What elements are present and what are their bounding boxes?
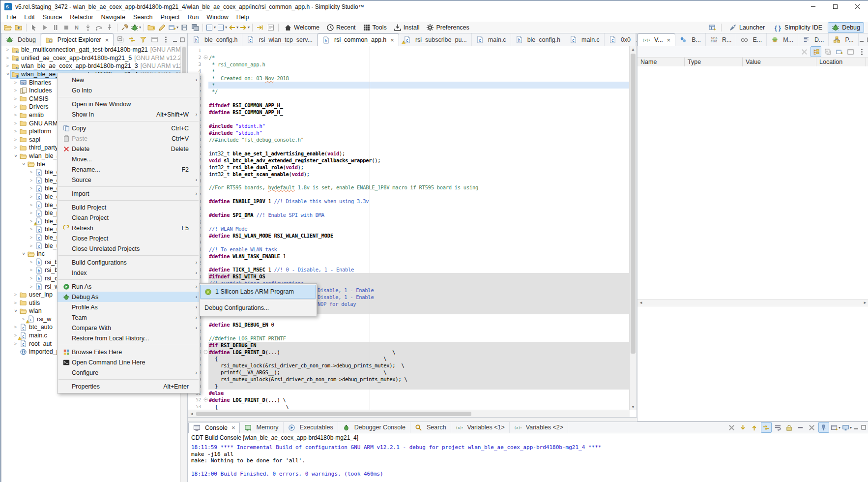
context-menu-item-run-as[interactable]: Run As› bbox=[58, 281, 200, 292]
run-launch-icon[interactable]: ▾ bbox=[217, 23, 227, 32]
preferences-button[interactable]: Preferences bbox=[426, 24, 469, 31]
editor-tab-rsi-wlan-tcp-serv[interactable]: crsi_wlan_tcp_serv... bbox=[242, 33, 318, 46]
close-icon[interactable]: × bbox=[667, 37, 671, 43]
twisty-icon[interactable]: > bbox=[12, 96, 19, 101]
console-tab-variables-1[interactable]: (x)=Variables <1> bbox=[451, 422, 510, 433]
twisty-icon[interactable]: > bbox=[12, 137, 19, 142]
right-tab-d[interactable]: D... bbox=[798, 33, 829, 46]
open-file-icon[interactable] bbox=[3, 23, 13, 32]
twisty-icon[interactable]: > bbox=[4, 47, 11, 52]
twisty-icon[interactable]: > bbox=[21, 251, 26, 257]
edit-icon[interactable] bbox=[157, 23, 167, 32]
editor-tab-rsi-subscribe-pu[interactable]: c!rsi_subscribe_pu... bbox=[399, 33, 472, 46]
menu-file[interactable]: File bbox=[2, 13, 20, 21]
right-tab-e[interactable]: E... bbox=[736, 33, 767, 46]
twisty-icon[interactable]: > bbox=[13, 153, 18, 159]
context-menu-item-restore-from-local-history[interactable]: Restore from Local History... bbox=[58, 333, 200, 343]
twisty-icon[interactable]: > bbox=[12, 113, 19, 118]
collapse-all-icon[interactable] bbox=[823, 47, 833, 57]
context-menu-item-move[interactable]: Move... bbox=[58, 154, 200, 164]
column-header-value[interactable]: Value bbox=[743, 58, 816, 67]
console-tab-variables-2[interactable]: (x)=Variables <2> bbox=[510, 422, 568, 433]
clear-console-icon[interactable] bbox=[796, 422, 806, 432]
context-menu-item-configure[interactable]: Configure› bbox=[58, 367, 200, 378]
context-menu-item-import[interactable]: Import› bbox=[58, 188, 200, 199]
tree-item-wlan-ble-ae-coex-app-brd4180b-mg21-3[interactable]: >Swlan_ble_ae_coex_app-brd4180b-mg21_3[G… bbox=[1, 62, 181, 70]
remove-all-terminated-icon[interactable] bbox=[807, 422, 817, 432]
last-edit-location-icon[interactable] bbox=[255, 23, 265, 32]
context-menu-item-close-unrelated-projects[interactable]: Close Unrelated Projects bbox=[58, 243, 200, 254]
right-tab-b[interactable]: B... bbox=[675, 33, 706, 46]
left-tab-debug[interactable]: Debug bbox=[1, 33, 41, 46]
open-new-window-icon[interactable]: ▾ bbox=[168, 23, 178, 32]
line-number[interactable]: 1 bbox=[188, 48, 203, 53]
scroll-left-icon[interactable]: ◄ bbox=[188, 410, 195, 417]
line-number[interactable]: 3 bbox=[188, 61, 203, 67]
restore-window-button[interactable] bbox=[824, 0, 846, 13]
editor-horizontal-scrollbar[interactable]: ◄ bbox=[188, 410, 630, 417]
link-with-debug-icon[interactable] bbox=[761, 422, 772, 433]
console-tab-debugger-console[interactable]: Debugger Console bbox=[338, 422, 410, 433]
context-menu-item-go-into[interactable]: Go Into bbox=[58, 85, 200, 95]
view-menu-icon[interactable] bbox=[161, 35, 171, 45]
twisty-icon[interactable]: > bbox=[28, 235, 34, 240]
collapse-all-icon[interactable] bbox=[116, 35, 125, 45]
twisty-icon[interactable]: > bbox=[28, 186, 34, 191]
install-button[interactable]: Install bbox=[394, 24, 420, 31]
maximize-view-icon[interactable] bbox=[179, 37, 185, 43]
context-menu-item-show-in[interactable]: Show InAlt+Shift+W› bbox=[58, 109, 200, 120]
line-number[interactable]: 52 bbox=[188, 397, 203, 402]
link-with-editor-icon[interactable] bbox=[127, 35, 137, 45]
save-icon[interactable] bbox=[179, 23, 189, 32]
save-all-icon[interactable] bbox=[190, 23, 200, 32]
welcome-button[interactable]: Welcome bbox=[284, 24, 319, 31]
context-menu-item-copy[interactable]: CopyCtrl+C bbox=[58, 123, 200, 133]
import-project-icon[interactable] bbox=[14, 23, 24, 32]
right-tab-p[interactable]: P... bbox=[829, 33, 858, 46]
context-menu-item-properties[interactable]: PropertiesAlt+Enter bbox=[58, 381, 200, 392]
twisty-icon[interactable]: > bbox=[12, 341, 19, 346]
twisty-icon[interactable]: > bbox=[12, 88, 19, 93]
fold-marker-icon[interactable] bbox=[203, 55, 209, 60]
suspend-icon[interactable] bbox=[51, 23, 60, 32]
menu-navigate[interactable]: Navigate bbox=[97, 13, 129, 21]
twisty-icon[interactable]: > bbox=[28, 227, 34, 232]
twisty-icon[interactable]: > bbox=[28, 284, 34, 289]
menu-project[interactable]: Project bbox=[157, 13, 184, 21]
context-menu-item-clean-project[interactable]: Clean Project bbox=[58, 212, 200, 223]
show-type-names-icon[interactable] bbox=[799, 47, 809, 57]
show-logical-structure-icon[interactable] bbox=[810, 46, 821, 57]
context-menu-item-refresh[interactable]: RefreshF5 bbox=[58, 223, 200, 233]
perspective-launcher[interactable]: Launcher bbox=[725, 22, 769, 33]
step-return-icon[interactable] bbox=[105, 23, 115, 32]
menu-search[interactable]: Search bbox=[129, 13, 157, 21]
twisty-icon[interactable]: > bbox=[12, 121, 19, 126]
context-menu-item-source[interactable]: Source› bbox=[58, 175, 200, 185]
tree-item-unified-ae-coex-app-brd4180b-mg21-5[interactable]: >Sunified_ae_coex_app-brd4180b-mg21_5[GN… bbox=[1, 54, 181, 62]
context-menu-item-rename[interactable]: Rename...F2 bbox=[58, 164, 200, 175]
code-editor[interactable]: 12/*3 * rsi_common_app.h4 *5 * Created o… bbox=[188, 46, 630, 410]
fold-marker-icon[interactable] bbox=[203, 350, 209, 354]
next-annotation-icon[interactable] bbox=[266, 23, 276, 32]
editor-tab-main-c[interactable]: cmain.c bbox=[472, 33, 511, 46]
twisty-icon[interactable]: > bbox=[28, 178, 34, 183]
select-tool-icon[interactable] bbox=[29, 23, 39, 32]
line-number[interactable]: 53 bbox=[188, 404, 203, 409]
view-menu-icon[interactable] bbox=[857, 47, 867, 57]
console-tab-memory[interactable]: Memory bbox=[240, 422, 283, 433]
context-menu-item-delete[interactable]: DeleteDelete bbox=[58, 144, 200, 154]
twisty-icon[interactable]: > bbox=[21, 161, 26, 167]
console-tab-console[interactable]: Console× bbox=[188, 422, 240, 433]
context-menu-item-open-command-line-here[interactable]: Open Command Line Here bbox=[58, 357, 200, 367]
forward-icon[interactable]: ▾ bbox=[239, 23, 250, 32]
focus-on-active-task-icon[interactable] bbox=[149, 35, 159, 45]
tools-button[interactable]: Tools bbox=[363, 24, 387, 31]
context-menu-item-build-project[interactable]: Build Project bbox=[58, 202, 200, 212]
twisty-icon[interactable]: > bbox=[5, 71, 10, 78]
disconnect-icon[interactable]: N bbox=[72, 23, 82, 32]
display-selected-console-icon[interactable]: ▾ bbox=[842, 422, 852, 432]
open-perspective-icon[interactable] bbox=[707, 23, 717, 32]
context-menu-item-profile-as[interactable]: Profile As› bbox=[58, 302, 200, 312]
twisty-icon[interactable]: > bbox=[28, 170, 34, 175]
scroll-right-icon[interactable]: ► bbox=[862, 300, 868, 306]
